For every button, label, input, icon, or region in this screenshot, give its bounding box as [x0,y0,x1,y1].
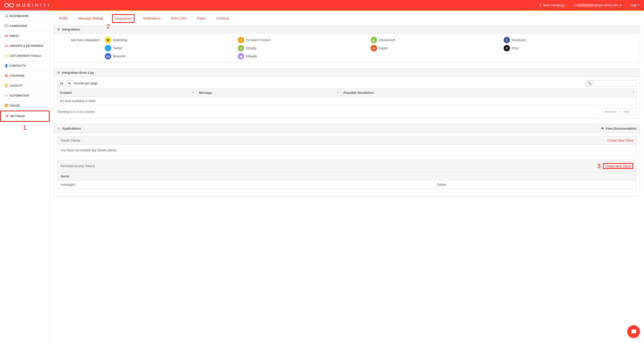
sidebar-item-contacts[interactable]: 👤CONTACTS [0,61,50,71]
tab-notifications[interactable]: Notifications [141,16,162,23]
oauth-clients-section: OAuth Clients Create New Client You have… [57,136,636,156]
integration-wheelio[interactable]: ◉Wheelio [238,53,371,59]
twitter-icon: t [105,45,111,51]
infusionsoft-icon: ◣ [371,37,377,43]
empty-row: No data available in table [58,97,636,105]
integration-label: Zapier [379,46,388,50]
integration-zapier[interactable]: ✱Zapier [371,45,504,51]
token-name: messages [58,180,434,189]
sidebar-item-dashboard[interactable]: 📊DASHBOARD [0,11,50,21]
integration-label: Blueshift [113,54,125,58]
constant-contact-icon: ✦ [238,37,244,43]
error-log-panel: ⚙Integration Error Log 10 records per pa… [54,68,640,118]
bars-icon: 📶 [4,104,8,107]
annotation-2: 2 [106,23,110,30]
col-name: Name [58,172,434,180]
error-log-table: Created▼ Message⇵ Possible Resolution⇵ N… [57,89,636,105]
wheelio-icon: ◉ [238,53,244,59]
tab-pages[interactable]: Pages [195,16,208,23]
trophy-icon: 🏆 [4,84,8,87]
integration-label: Privy [512,46,519,50]
privy-icon: P [504,45,510,51]
tab-message-settings[interactable]: Message Settings [76,16,105,23]
envelope-icon: ✉ [4,34,8,37]
tokens-table: Name messages Delete [58,172,636,189]
integration-constant-contact[interactable]: ✦Constant Contact [238,37,371,43]
view-documentation-link[interactable]: 👁 View Documentation [598,124,640,133]
panel-title: Integrations [62,28,80,31]
integration-infusionsoft[interactable]: ◣Infusionsoft [371,37,504,43]
integration-mailchimp[interactable]: MMailchimp [105,37,238,43]
list-icon: ≡ [4,94,8,97]
sidebar-item-campaigns[interactable]: 💬CAMPAIGNS [0,21,50,31]
tokens-section: Personal Access Tokens 3 Create New Toke… [57,160,636,189]
blueshift-icon: ılb [105,53,111,59]
file-icon: ▭ [57,127,60,130]
integration-facebook[interactable]: fFacebook [504,37,636,43]
sidebar-item-automation[interactable]: ≡AUTOMATION [0,91,50,101]
user-menu[interactable]: ■ ■■■■■■■■■@apix-drive.com▾ [570,0,626,10]
tag-icon: 🔖 [4,74,8,77]
prev-button[interactable]: ← Previous [598,108,619,115]
records-per-page-select[interactable]: 10 [57,80,71,86]
oauth-empty: You have not created any OAuth clients. [58,145,636,156]
table-info: Showing 0 to 0 of 0 entries [57,110,95,114]
new-campaign-button[interactable]: ✎ New Campaign [534,0,570,10]
zapier-icon: ✱ [371,45,377,51]
tab-short-links[interactable]: Short Links [169,16,188,23]
sidebar-item-groups[interactable]: 🏷GROUPS & KEYWORDS [0,41,50,51]
sidebar-item-coupons[interactable]: 🔖COUPONS [0,71,50,81]
infinity-icon [4,3,14,8]
sidebar-item-inbox[interactable]: ✉INBOX [0,31,50,41]
help-button[interactable]: Help ? [626,0,644,10]
integration-label: Mailchimp [113,38,127,42]
integration-label: Facebook [512,38,526,42]
chat-widget-button[interactable] [627,325,640,338]
integration-twitter[interactable]: tTwitter [105,45,238,51]
brand-logo[interactable]: MOBINITI [0,0,55,10]
integration-label: Constant Contact [246,38,270,42]
integrations-panel: ⚙Integrations Add New Integration: MMail… [54,25,640,63]
sidebar-item-settings[interactable]: ⚙SETTINGS [0,111,50,122]
create-token-link[interactable]: Create New Token [603,163,633,169]
integration-privy[interactable]: PPrivy [504,45,636,51]
tab-integrations[interactable]: Integrations [112,14,134,23]
sidebar: 📊DASHBOARD 💬CAMPAIGNS ✉INBOX 🏷GROUPS & K… [0,11,50,342]
sidebar-item-growth[interactable]: ⚡LIST GROWTH TOOLS [0,51,50,61]
top-header: MOBINITI ✎ New Campaign ■ ■■■■■■■■■@apix… [0,0,644,10]
caret-down-icon: ▾ [620,3,621,7]
main-content: Profile Message Settings Integrations No… [50,11,644,342]
sort-icon: ⇵ [337,91,339,94]
annotation-3: 3 [597,163,601,170]
delete-token-link[interactable]: Delete [434,180,636,189]
tab-profile[interactable]: Profile [57,16,70,23]
integration-shopify[interactable]: SShopify [238,45,371,51]
bolt-icon: ⚡ [4,54,8,57]
dashboard-icon: 📊 [4,14,8,18]
add-integration-label: Add New Integration: [57,37,105,59]
sidebar-item-loyalty[interactable]: 🏆LOYALTY [0,81,50,91]
integration-label: Twitter [113,46,122,50]
integration-blueshift[interactable]: ılbBlueshift [105,53,238,59]
search-input[interactable] [594,80,636,86]
table-row: messages Delete [58,180,636,189]
next-button[interactable]: Next → [621,108,636,115]
shopify-icon: S [238,45,244,51]
sidebar-item-usage[interactable]: 📶USAGE [0,101,50,111]
brand-text: MOBINITI [16,3,51,8]
tab-contacts[interactable]: Contacts [215,16,231,23]
facebook-icon: f [504,37,510,43]
sort-icon: ⇵ [632,91,634,94]
user-icon: 👤 [4,64,8,67]
integration-label: Wheelio [246,54,258,58]
annotation-1: 1 [0,124,50,131]
col-message[interactable]: Message⇵ [196,89,341,97]
settings-tabs: Profile Message Settings Integrations No… [54,16,640,25]
tags-icon: 🏷 [4,44,8,47]
col-resolution[interactable]: Possible Resolution⇵ [341,89,636,97]
eye-icon: 👁 [601,127,604,130]
create-client-link[interactable]: Create New Client [607,139,633,142]
col-created[interactable]: Created▼ [58,89,196,97]
chat-icon [630,329,637,335]
chat-icon: 💬 [4,24,8,28]
